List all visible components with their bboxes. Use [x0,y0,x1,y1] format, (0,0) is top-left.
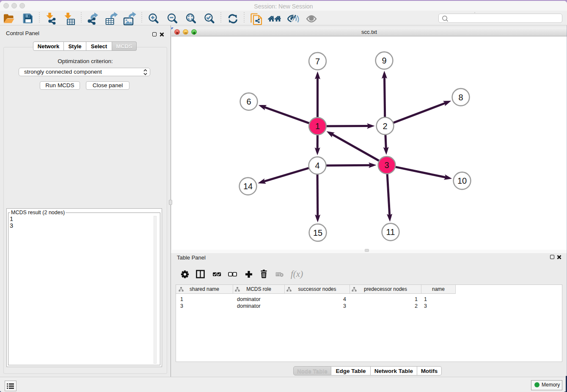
svg-text:9: 9 [382,56,386,65]
svg-text:14: 14 [243,182,253,191]
svg-text:15: 15 [313,228,322,237]
svg-text:4: 4 [315,161,319,170]
svg-text:6: 6 [246,97,251,106]
svg-text:3: 3 [384,160,389,170]
svg-text:11: 11 [386,227,395,237]
svg-text:1: 1 [315,121,320,131]
svg-text:f(x): f(x) [291,269,303,279]
svg-text:8: 8 [458,93,463,102]
svg-text:10: 10 [457,176,467,185]
svg-text:2: 2 [383,121,387,131]
svg-text:7: 7 [315,57,320,66]
